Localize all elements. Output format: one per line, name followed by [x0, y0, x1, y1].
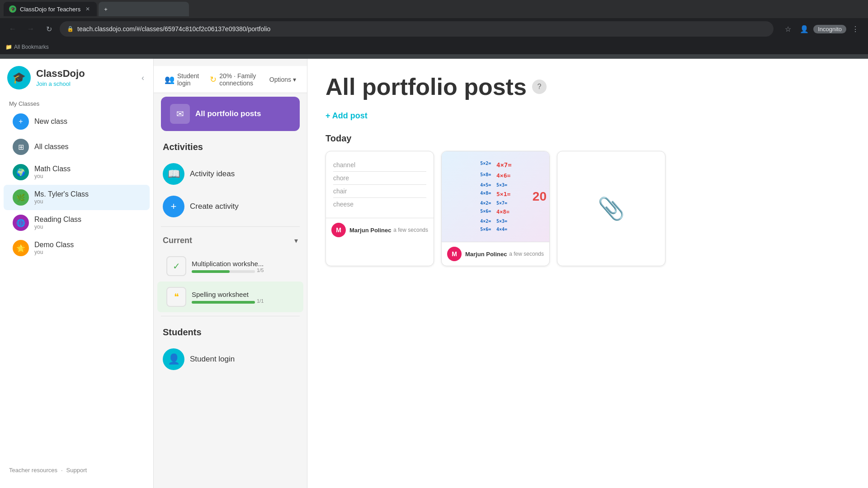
- incognito-badge: Incognito: [813, 25, 846, 33]
- family-connections-topbar[interactable]: ↻ 20% · Family connections: [210, 72, 258, 87]
- sidebar-footer: Teacher resources · Support: [0, 460, 153, 481]
- create-activity-label: Create activity: [190, 202, 239, 211]
- join-school-link[interactable]: Join a school: [36, 80, 71, 87]
- new-tab-icon: +: [104, 6, 108, 13]
- divider-2: [161, 316, 300, 316]
- activities-title: Activities: [154, 138, 307, 158]
- math-class-sub: you: [34, 173, 71, 179]
- post-1-author: Marjun Polinec: [349, 227, 393, 234]
- bookmark-icon[interactable]: ☆: [781, 22, 795, 36]
- brand-name: ClassDojo: [36, 68, 85, 80]
- post-input-chore: chore: [333, 172, 426, 185]
- logo: 🎓: [7, 66, 31, 89]
- post-card-2[interactable]: 5×2=4×7= 5×8=4×6= 4×5=5×3= 4×8=5×1= 4×2=…: [441, 151, 550, 266]
- reading-class-sub: you: [34, 224, 81, 230]
- sidebar-item-ms-tylers-class[interactable]: 🌿 Ms. Tyler's Class you: [4, 185, 150, 210]
- worksheet-item-multiplication[interactable]: ✓ Multiplication workshe... 1/5: [157, 251, 303, 282]
- post-card-3[interactable]: 📎: [557, 151, 665, 266]
- portfolio-btn-icon: ✉: [170, 104, 190, 124]
- family-connections-label: 20% · Family connections: [219, 72, 258, 87]
- multiplication-progress-bar: [192, 270, 255, 273]
- math-class-name: Math Class: [34, 165, 71, 173]
- student-login-icon: 👤: [163, 348, 184, 370]
- ms-tylers-class-icon: 🌿: [13, 189, 29, 206]
- post-2-avatar: M: [447, 247, 462, 261]
- post-1-avatar: M: [331, 223, 346, 237]
- forward-button[interactable]: →: [24, 22, 38, 36]
- teacher-resources-link[interactable]: Teacher resources: [9, 467, 57, 474]
- reload-button[interactable]: ↻: [42, 22, 56, 36]
- all-portfolio-posts-button[interactable]: ✉ All portfolio posts: [161, 97, 300, 131]
- tab-favicon: 🎓: [9, 5, 16, 13]
- all-classes-label: All classes: [34, 143, 69, 151]
- help-icon[interactable]: ?: [532, 80, 547, 94]
- post-card-1[interactable]: channel chore chair cheese M Marjun Poli…: [326, 151, 434, 266]
- brand-info: ClassDojo Join a school: [36, 68, 85, 88]
- create-activity-icon: +: [163, 196, 184, 217]
- new-class-icon: +: [13, 113, 29, 130]
- demo-class-sub: you: [34, 249, 74, 255]
- sidebar-collapse-button[interactable]: ‹: [140, 71, 146, 84]
- profile-icon[interactable]: 👤: [797, 22, 811, 36]
- portfolio-btn-label: All portfolio posts: [195, 109, 261, 118]
- sidebar-item-math-class[interactable]: 🌍 Math Class you: [4, 160, 150, 185]
- spelling-worksheet-info: Spelling worksheet 1/1: [192, 291, 294, 304]
- multiplication-count: 1/5: [257, 267, 264, 273]
- post-card-3-empty-icon: 📎: [598, 196, 625, 221]
- all-bookmarks-label[interactable]: All Bookmarks: [14, 44, 49, 50]
- post-2-author: Marjun Polinec: [465, 251, 509, 258]
- sidebar-item-demo-class[interactable]: 🌟 Demo Class you: [4, 235, 150, 261]
- back-button[interactable]: ←: [5, 22, 20, 36]
- sidebar: 🎓 ClassDojo Join a school ‹ My Classes +…: [0, 59, 154, 488]
- demo-class-name: Demo Class: [34, 241, 74, 249]
- add-post-button[interactable]: + Add post: [326, 111, 850, 121]
- post-input-chair: chair: [333, 185, 426, 198]
- spelling-worksheet-icon: ❝: [166, 287, 186, 307]
- spelling-worksheet-name: Spelling worksheet: [192, 291, 294, 298]
- address-bar[interactable]: 🔒 teach.classdojo.com/#/classes/65974c81…: [60, 21, 774, 37]
- post-input-cheese: cheese: [333, 198, 426, 211]
- add-post-label: + Add post: [326, 111, 368, 121]
- students-section-title: Students: [154, 320, 307, 343]
- ms-tylers-class-text: Ms. Tyler's Class you: [34, 190, 89, 205]
- all-classes-icon: ⊞: [13, 139, 29, 155]
- create-activity-item[interactable]: + Create activity: [154, 190, 307, 223]
- tab-bar: 🎓 ClassDojo for Teachers ✕ +: [0, 0, 868, 18]
- post-card-2-footer: M Marjun Polinec a few seconds: [442, 242, 549, 266]
- sidebar-item-reading-class[interactable]: 🌐 Reading Class you: [4, 210, 150, 235]
- student-login-item[interactable]: 👤 Student login: [154, 343, 307, 375]
- post-input-channel: channel: [333, 159, 426, 172]
- support-link[interactable]: Support: [66, 467, 87, 474]
- multiplication-worksheet-icon: ✓: [166, 256, 186, 276]
- nav-icons: ☆ 👤 Incognito ⋮: [781, 22, 863, 36]
- sidebar-header: 🎓 ClassDojo Join a school ‹: [0, 66, 153, 97]
- separator: ·: [61, 467, 63, 474]
- sidebar-item-new-class[interactable]: + New class: [4, 109, 150, 134]
- post-card-1-footer: M Marjun Polinec a few seconds: [326, 218, 434, 242]
- tab-close-button[interactable]: ✕: [84, 5, 91, 13]
- current-section-toggle[interactable]: Current ▾: [154, 230, 307, 251]
- post-card-1-content: channel chore chair cheese: [326, 151, 434, 218]
- activity-ideas-item[interactable]: 📖 Activity ideas: [154, 158, 307, 190]
- worksheet-item-spelling[interactable]: ❝ Spelling worksheet 1/1: [157, 282, 303, 312]
- options-button[interactable]: Options ▾: [269, 76, 296, 83]
- student-login-topbar[interactable]: 👥 Student login: [165, 72, 199, 87]
- tab-title: ClassDojo for Teachers: [20, 6, 80, 13]
- right-column: All portfolio posts ? + Add post Today c…: [307, 59, 868, 488]
- post-2-time: a few seconds: [509, 251, 544, 257]
- menu-icon[interactable]: ⋮: [848, 22, 863, 36]
- spelling-progress-fill: [192, 301, 255, 304]
- post-1-time: a few seconds: [393, 227, 428, 233]
- active-tab[interactable]: 🎓 ClassDojo for Teachers ✕: [4, 2, 97, 16]
- sidebar-item-all-classes[interactable]: ⊞ All classes: [4, 134, 150, 160]
- new-tab-button[interactable]: +: [99, 2, 189, 16]
- math-class-text: Math Class you: [34, 165, 71, 179]
- current-label: Current: [163, 236, 192, 245]
- spelling-count: 1/1: [257, 298, 264, 304]
- bookmarks-bar: 📁 All Bookmarks: [0, 40, 868, 54]
- bookmarks-folder-icon: 📁: [5, 44, 12, 50]
- family-icon: ↻: [210, 75, 217, 84]
- math-class-icon: 🌍: [13, 164, 29, 180]
- multiplication-worksheet-info: Multiplication workshe... 1/5: [192, 260, 294, 273]
- activity-ideas-label: Activity ideas: [190, 169, 235, 178]
